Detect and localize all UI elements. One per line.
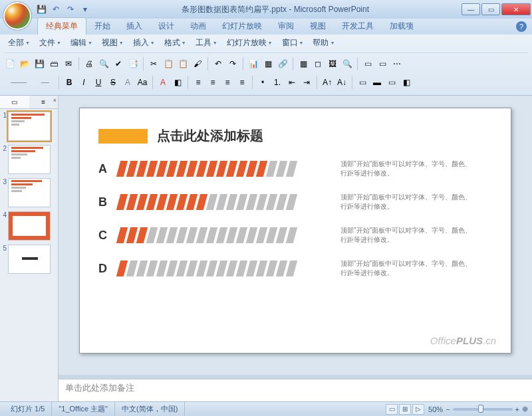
hyperlink-icon[interactable]: 🔗 <box>277 58 289 70</box>
help-icon[interactable]: ? <box>516 21 527 32</box>
bar-row-b[interactable]: B顶部"开始"面板中可以对字体、字号、颜色、行距等进行修改。 <box>98 193 492 211</box>
menu-format[interactable]: 格式▼ <box>160 36 190 50</box>
research-icon[interactable]: 📑 <box>127 58 139 70</box>
slide-title[interactable]: 点击此处添加标题 <box>157 127 263 145</box>
theme-name[interactable]: "1_Office 主题" <box>52 402 115 416</box>
zoom-out-icon[interactable]: − <box>446 405 450 413</box>
language[interactable]: 中文(简体，中国) <box>115 402 185 416</box>
menu-help[interactable]: 帮助▼ <box>309 36 338 50</box>
menu-insert[interactable]: 插入▼ <box>129 36 159 50</box>
shape-rect-icon[interactable]: ▭ <box>356 76 368 88</box>
highlight-icon[interactable]: ◧ <box>172 76 184 88</box>
menu-all[interactable]: 全部▼ <box>4 36 34 50</box>
preview-icon[interactable]: 🔍 <box>98 58 110 70</box>
normal-view-icon[interactable]: ▭ <box>386 404 398 415</box>
redo-icon[interactable]: ↷ <box>65 4 76 15</box>
sorter-view-icon[interactable]: ⊞ <box>399 404 411 415</box>
menu-file[interactable]: 文件▼ <box>35 36 65 50</box>
align-right-icon[interactable]: ≡ <box>221 76 233 88</box>
case-icon[interactable]: Aa <box>136 76 148 88</box>
paste-icon[interactable]: 📋 <box>177 58 189 70</box>
mail-icon[interactable]: ✉ <box>63 58 74 70</box>
close-button[interactable]: ✕ <box>501 3 531 15</box>
table-icon[interactable]: ▦ <box>262 58 274 70</box>
shape-outline-icon[interactable]: ▭ <box>386 76 398 88</box>
thumbnail-2[interactable]: 2 <box>1 145 57 174</box>
shapes-icon[interactable]: ◻ <box>312 58 324 70</box>
arrange-icon[interactable]: ◧ <box>400 76 412 88</box>
close-panel-icon[interactable]: × <box>53 97 57 104</box>
shadow-icon[interactable]: A <box>122 76 134 88</box>
new-icon[interactable]: 📄 <box>4 58 16 70</box>
undo-icon[interactable]: ↶ <box>212 58 224 70</box>
indent-dec-icon[interactable]: ⇤ <box>286 76 298 88</box>
justify-icon[interactable]: ≡ <box>236 76 248 88</box>
newslide-icon[interactable]: ▭ <box>362 58 374 70</box>
grow-icon[interactable]: A↑ <box>321 76 333 88</box>
notes-pane[interactable]: 单击此处添加备注 <box>59 379 532 401</box>
zoom-slider[interactable] <box>453 408 513 411</box>
tab-design[interactable]: 设计 <box>150 18 182 35</box>
tab-developer[interactable]: 开发工具 <box>334 18 382 35</box>
qat-more-icon[interactable]: ▾ <box>80 4 90 15</box>
slideshow-view-icon[interactable]: ▷ <box>412 404 424 415</box>
tab-classic-menu[interactable]: 经典菜单 <box>37 17 86 35</box>
slide-canvas[interactable]: 点击此处添加标题 A顶部"开始"面板中可以对字体、字号、颜色、行距等进行修改。B… <box>59 96 532 375</box>
slide[interactable]: 点击此处添加标题 A顶部"开始"面板中可以对字体、字号、颜色、行距等进行修改。B… <box>79 108 511 354</box>
tab-animation[interactable]: 动画 <box>182 18 214 35</box>
saveas-icon[interactable]: 🗃 <box>48 58 60 70</box>
slide-counter[interactable]: 幻灯片 1/5 <box>4 402 52 416</box>
copy-icon[interactable]: 📋 <box>162 58 174 70</box>
save-icon[interactable]: 💾 <box>36 4 47 15</box>
print-icon[interactable]: 🖨 <box>83 58 95 70</box>
picture-icon[interactable]: 🖼 <box>327 58 338 70</box>
thumbnail-5[interactable]: 5 <box>1 245 57 274</box>
minimize-button[interactable]: — <box>462 3 480 15</box>
align-left-icon[interactable]: ≡ <box>192 76 204 88</box>
menu-edit[interactable]: 编辑▼ <box>66 36 96 50</box>
tab-home[interactable]: 开始 <box>86 18 118 35</box>
format-painter-icon[interactable]: 🖌 <box>192 58 203 70</box>
undo-icon[interactable]: ↶ <box>51 4 61 15</box>
chart-icon[interactable]: 📊 <box>247 58 259 70</box>
menu-slideshow[interactable]: 幻灯片放映▼ <box>223 36 277 50</box>
thumbnail-4[interactable]: 4 <box>1 211 57 241</box>
zoom-icon[interactable]: 🔍 <box>341 58 353 70</box>
numbering-icon[interactable]: 1. <box>271 76 283 88</box>
tab-insert[interactable]: 插入 <box>118 18 150 35</box>
menu-tools[interactable]: 工具▼ <box>192 36 221 50</box>
tab-addins[interactable]: 加载项 <box>382 18 422 35</box>
bar-row-c[interactable]: C顶部"开始"面板中可以对字体、字号、颜色、行距等进行修改。 <box>98 226 492 245</box>
spell-icon[interactable]: ✔ <box>112 58 124 70</box>
layout-icon[interactable]: ▭ <box>376 58 388 70</box>
more-icon[interactable]: ⋯ <box>391 58 403 70</box>
menu-window[interactable]: 窗口▼ <box>278 36 308 50</box>
tab-slideshow[interactable]: 幻灯片放映 <box>214 18 270 35</box>
thumbnail-1[interactable]: 1 <box>1 112 57 141</box>
bullets-icon[interactable]: • <box>257 76 269 88</box>
bold-icon[interactable]: B <box>63 76 75 88</box>
fit-icon[interactable]: ⊕ <box>522 405 528 413</box>
save-icon[interactable]: 💾 <box>33 58 45 70</box>
tab-view[interactable]: 视图 <box>302 18 334 35</box>
font-icon[interactable]: —— <box>4 76 33 88</box>
tab-outline[interactable]: ≡× <box>29 96 59 108</box>
open-icon[interactable]: 📂 <box>19 58 31 70</box>
bar-row-d[interactable]: D顶部"开始"面板中可以对字体、字号、颜色、行距等进行修改。 <box>98 259 492 278</box>
menu-view[interactable]: 视图▼ <box>98 36 128 50</box>
zoom-handle[interactable] <box>478 405 483 413</box>
cut-icon[interactable]: ✂ <box>148 58 160 70</box>
thumbnail-3[interactable]: 3 <box>1 178 57 207</box>
align-center-icon[interactable]: ≡ <box>207 76 219 88</box>
underline-icon[interactable]: U <box>92 76 104 88</box>
strike-icon[interactable]: S <box>107 76 119 88</box>
shape-fill-icon[interactable]: ▬ <box>371 76 383 88</box>
bar-row-a[interactable]: A顶部"开始"面板中可以对字体、字号、颜色、行距等进行修改。 <box>98 159 492 178</box>
tab-slides[interactable]: ▭ <box>0 96 29 108</box>
fontcolor-icon[interactable]: A <box>157 76 169 88</box>
office-button[interactable] <box>3 1 32 31</box>
shrink-icon[interactable]: A↓ <box>336 76 348 88</box>
redo-icon[interactable]: ↷ <box>227 58 239 70</box>
tab-review[interactable]: 审阅 <box>270 18 302 35</box>
italic-icon[interactable]: I <box>78 76 90 88</box>
